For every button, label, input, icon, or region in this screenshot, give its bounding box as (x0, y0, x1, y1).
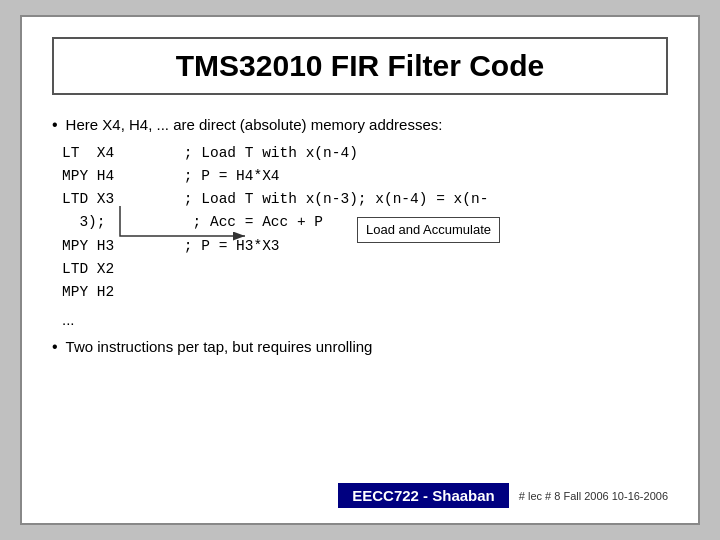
code-cmd-7: MPY H2 (62, 281, 114, 304)
footer-row: EECC722 - Shaaban # lec # 8 Fall 2006 10… (52, 483, 668, 508)
code-line-6: LTD X2 (62, 258, 668, 281)
title-box: TMS32010 FIR Filter Code (52, 37, 668, 95)
code-cmd-1: LT X4 (62, 142, 184, 165)
ltd-x3-container: LTD X3 ; Load T with x(n-3); x(n-4) = x(… (62, 188, 668, 211)
code-comment-5: ; P = H3*X3 (184, 235, 280, 258)
code-line-1: LT X4 ; Load T with x(n-4) (62, 142, 668, 165)
bullet-2: • (52, 335, 58, 360)
code-line-7: MPY H2 (62, 281, 668, 304)
code-cmd-2: MPY H4 (62, 165, 184, 188)
second-bullet-text: Two instructions per tap, but requires u… (66, 335, 373, 358)
first-bullet-line: • Here X4, H4, ... are direct (absolute)… (52, 113, 668, 138)
code-line-5: MPY H3 ; P = H3*X3 Load and Accumulate (62, 235, 668, 258)
second-bullet-line: • Two instructions per tap, but requires… (52, 335, 668, 360)
slide-title: TMS32010 FIR Filter Code (176, 49, 544, 82)
intro-text: Here X4, H4, ... are direct (absolute) m… (66, 113, 443, 136)
content-area: • Here X4, H4, ... are direct (absolute)… (52, 113, 668, 475)
bullet-1: • (52, 113, 58, 138)
code-block: LT X4 ; Load T with x(n-4) MPY H4 ; P = … (62, 142, 668, 304)
code-comment-2: ; P = H4*X4 (184, 165, 280, 188)
load-acc-label: Load and Accumulate (357, 217, 500, 244)
code-comment-1: ; Load T with x(n-4) (184, 142, 358, 165)
code-cmd-6: LTD X2 (62, 258, 114, 281)
dots-line: ... (62, 308, 668, 331)
code-cmd-5: MPY H3 (62, 235, 184, 258)
slide: TMS32010 FIR Filter Code • Here X4, H4, … (20, 15, 700, 525)
footer-info: # lec # 8 Fall 2006 10-16-2006 (519, 490, 668, 502)
code-line-2: MPY H4 ; P = H4*X4 (62, 165, 668, 188)
footer-badge: EECC722 - Shaaban (338, 483, 509, 508)
